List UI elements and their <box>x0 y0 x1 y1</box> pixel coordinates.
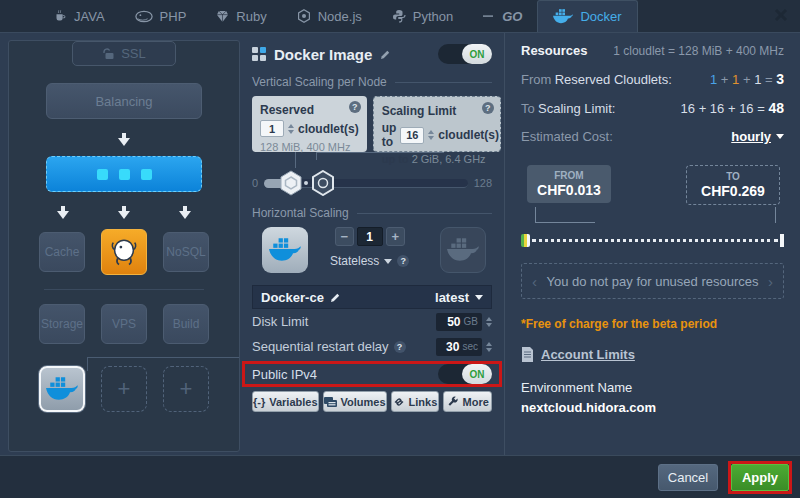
spinner-icon[interactable] <box>486 317 492 327</box>
help-icon[interactable]: ? <box>482 102 494 114</box>
close-icon[interactable] <box>774 8 790 24</box>
carousel-note: You do not pay for unused resources <box>537 274 768 289</box>
apply-button[interactable]: Apply <box>731 464 789 491</box>
docker-icon <box>553 9 573 24</box>
flow-arrow-icon <box>118 138 130 146</box>
ruby-icon <box>216 10 229 23</box>
price-from-box: FROM CHF0.013 <box>527 165 611 203</box>
language-tabbar: JAVA PHP Ruby Node.js Python GO Docker <box>0 0 800 33</box>
scaling-unit: cloudlet(s) <box>438 128 499 142</box>
scaling-limit-title: Scaling Limit <box>382 104 492 118</box>
tab-ruby[interactable]: Ruby <box>201 0 281 32</box>
to-box-value: CHF0.269 <box>691 183 775 199</box>
tab-docker[interactable]: Docker <box>537 0 637 32</box>
help-icon[interactable]: ? <box>394 341 406 353</box>
tab-nodejs[interactable]: Node.js <box>282 0 377 32</box>
variables-button[interactable]: {-} Variables <box>252 391 319 412</box>
tab-label: Node.js <box>318 9 362 24</box>
image-tag-dropdown[interactable]: latest <box>435 290 483 305</box>
plus-icon: + <box>118 376 131 402</box>
nosql-label: NoSQL <box>166 245 205 259</box>
docker-icon <box>447 238 479 262</box>
scaling-limit-equation: 16 + 16 + 16 = 48 <box>681 100 784 116</box>
variables-icon: {-} <box>253 396 265 408</box>
reserved-cloudlets-equation: 1 + 1 + 1 = 3 <box>710 71 784 87</box>
postgresql-node[interactable] <box>101 229 147 275</box>
node-editor-panel: Docker Image ON Vertical Scaling per Nod… <box>240 33 505 455</box>
price-dotted-bar <box>521 233 784 247</box>
resources-panel: Resources 1 cloudlet = 128 MiB + 400 MHz… <box>505 33 800 455</box>
disk-limit-input[interactable]: 50GB <box>436 313 482 331</box>
restart-delay-label: Sequential restart delay <box>252 339 389 354</box>
reserved-cloudlets-input[interactable] <box>260 120 284 137</box>
edit-image-icon[interactable] <box>330 292 341 303</box>
storage-node[interactable]: Storage <box>39 304 85 344</box>
dialog-footer: Cancel Apply <box>0 455 800 498</box>
scaling-limit-box: Scaling Limit ? up to cloudlet(s) up to … <box>373 96 501 152</box>
price-range-start-marker <box>521 234 530 247</box>
price-range: FROM CHF0.013 TO CHF0.269 <box>521 157 784 233</box>
info-carousel: ‹ You do not pay for unused resources › <box>521 263 784 299</box>
nosql-node[interactable]: NoSQL <box>163 232 209 272</box>
more-button[interactable]: More <box>443 391 492 412</box>
scaling-limit-input[interactable] <box>400 127 424 144</box>
limit-slider-handle[interactable] <box>310 170 336 199</box>
docker-node-selected[interactable] <box>39 366 85 412</box>
docker-node-icon[interactable] <box>262 227 308 273</box>
environment-wizard: SSL Balancing Cache NoSQL <box>0 33 800 455</box>
volumes-icon <box>324 396 337 407</box>
editor-title: Docker Image <box>274 46 372 63</box>
spinner-icon[interactable] <box>288 124 294 134</box>
php-icon <box>135 10 153 23</box>
slider-track[interactable] <box>264 179 468 188</box>
cancel-button[interactable]: Cancel <box>658 464 718 491</box>
app-server-node[interactable] <box>46 156 202 192</box>
vps-node[interactable]: VPS <box>101 304 147 344</box>
tab-label: Python <box>413 9 453 24</box>
ssl-toggle[interactable]: SSL <box>72 41 176 66</box>
help-icon[interactable]: ? <box>349 101 361 113</box>
tab-label: GO <box>502 9 522 24</box>
tab-label: JAVA <box>74 9 105 24</box>
cache-node[interactable]: Cache <box>39 232 85 272</box>
reserved-title: Reserved <box>260 103 359 117</box>
spinner-icon[interactable] <box>486 342 492 352</box>
flow-arrow-icon <box>118 211 130 219</box>
tab-go[interactable]: GO <box>468 0 537 32</box>
reserved-cloudlets-box: Reserved ? cloudlet(s) 128 MiB, 400 MHz <box>252 96 367 152</box>
help-icon[interactable]: ? <box>397 255 409 267</box>
cost-period-dropdown[interactable]: hourly <box>731 129 784 144</box>
docker-icon <box>46 377 78 401</box>
add-node-button[interactable]: + <box>101 366 147 412</box>
docker-image-bar: Docker-ce latest <box>252 285 492 309</box>
price-to-box: TO CHF0.269 <box>686 165 780 205</box>
increase-nodes-button[interactable]: + <box>386 227 405 246</box>
slider-max-label: 128 <box>474 177 492 189</box>
flow-arrow-icon <box>57 211 69 219</box>
node-count-input[interactable] <box>357 227 383 246</box>
edit-title-icon[interactable] <box>380 49 391 60</box>
disk-limit-row: Disk Limit 50GB <box>252 309 492 334</box>
build-node[interactable]: Build <box>163 304 209 344</box>
docker-node-ghost-icon <box>440 227 486 273</box>
from-box-value: CHF0.013 <box>531 182 607 198</box>
account-limits-link[interactable]: Account Limits <box>541 347 635 362</box>
volumes-button[interactable]: Volumes <box>323 391 387 412</box>
spinner-icon[interactable] <box>428 130 434 140</box>
links-button[interactable]: Links <box>391 391 440 412</box>
decrease-nodes-button[interactable]: − <box>335 227 354 246</box>
balancing-node[interactable]: Balancing <box>46 83 202 119</box>
ssl-label: SSL <box>121 46 146 61</box>
layer-enabled-toggle[interactable]: ON <box>438 44 492 64</box>
public-ipv4-toggle[interactable]: ON <box>438 364 492 384</box>
carousel-next-icon[interactable]: › <box>768 273 773 290</box>
add-node-button[interactable]: + <box>163 366 209 412</box>
restart-delay-input[interactable]: 30sec <box>436 338 482 356</box>
tab-php[interactable]: PHP <box>120 0 202 32</box>
chevron-down-icon[interactable] <box>384 259 392 264</box>
scaling-mode-dropdown[interactable]: Stateless <box>330 254 379 268</box>
tab-python[interactable]: Python <box>377 0 468 32</box>
tab-java[interactable]: JAVA <box>38 0 120 32</box>
flow-arrow-icon <box>179 211 191 219</box>
reserved-slider-handle[interactable] <box>278 170 304 199</box>
